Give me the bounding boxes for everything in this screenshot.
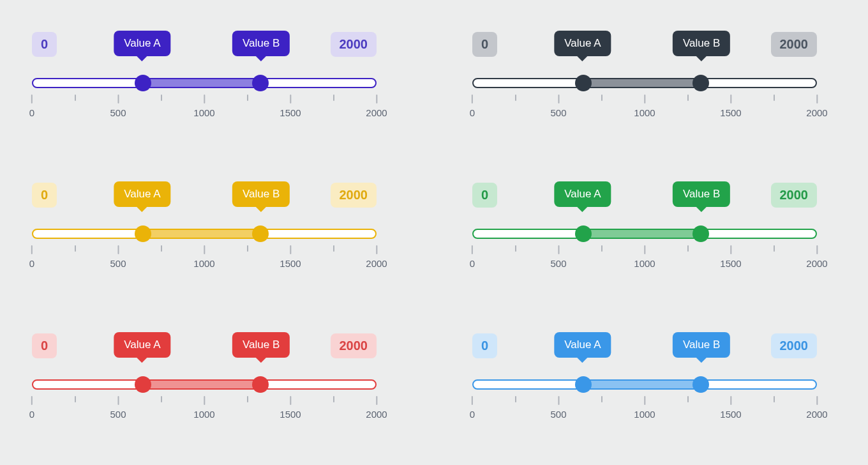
- tick-line: [204, 245, 205, 254]
- tick-line: [687, 396, 689, 402]
- slider-header: 02000: [472, 183, 817, 208]
- tooltip-a-label: Value A: [124, 339, 160, 351]
- slider-track[interactable]: [472, 379, 817, 390]
- slider-track[interactable]: [472, 229, 817, 239]
- slider-track[interactable]: [32, 78, 377, 88]
- slider-track[interactable]: [32, 229, 377, 239]
- tick: 1000: [634, 245, 655, 269]
- slider-handle-b[interactable]: [692, 75, 709, 91]
- slider-track[interactable]: [472, 78, 817, 88]
- tick-line: [816, 245, 818, 254]
- tick: 1500: [280, 245, 301, 269]
- slider-fill: [583, 79, 701, 87]
- slider-handle-b[interactable]: [252, 376, 269, 393]
- tick: 1500: [720, 245, 741, 269]
- tick-label: 0: [470, 107, 475, 118]
- tick-line: [204, 396, 205, 405]
- tick-line: [75, 396, 76, 402]
- tooltip-b: Value B: [673, 31, 730, 56]
- tick: 1500: [280, 95, 301, 118]
- slider-fill: [143, 381, 261, 388]
- tick-line: [31, 95, 33, 103]
- tick-label: 1500: [720, 409, 741, 420]
- max-badge: 2000: [331, 32, 377, 57]
- tick: [601, 396, 602, 402]
- tick: 1000: [193, 245, 214, 269]
- tooltip-a-label: Value A: [124, 37, 160, 49]
- slider-handle-a[interactable]: [575, 75, 592, 91]
- slider-handle-b[interactable]: [252, 75, 269, 91]
- slider-handle-a[interactable]: [575, 225, 592, 242]
- tick-line: [558, 95, 559, 103]
- tick-line: [472, 396, 473, 405]
- tick: 1500: [280, 396, 301, 420]
- tick-line: [601, 245, 602, 252]
- tick: 0: [29, 245, 34, 269]
- slider-header: 02000: [32, 32, 377, 57]
- tooltip-a: Value A: [554, 181, 611, 207]
- min-badge: 0: [32, 333, 57, 358]
- tick-label: 0: [29, 258, 34, 269]
- tick-line: [75, 95, 76, 101]
- tooltip-b: Value B: [673, 332, 730, 358]
- tooltip-a-label: Value A: [564, 37, 601, 49]
- tick-line: [117, 95, 119, 103]
- tick-line: [247, 396, 248, 402]
- tick-label: 2000: [806, 258, 827, 269]
- tick-label: 1000: [193, 107, 214, 118]
- tick-line: [117, 396, 119, 405]
- slider-header: 02000: [32, 333, 377, 358]
- tick: [247, 95, 248, 101]
- tick-label: 500: [550, 107, 566, 118]
- tick-line: [816, 95, 818, 103]
- tick-label: 500: [110, 409, 126, 420]
- tick-line: [515, 396, 516, 402]
- slider-handle-b[interactable]: [692, 225, 709, 242]
- max-badge: 2000: [771, 32, 818, 57]
- slider-fill: [143, 79, 261, 87]
- tick: 0: [470, 245, 475, 269]
- min-badge: 0: [472, 183, 497, 208]
- min-badge: 0: [32, 32, 57, 57]
- tick-line: [376, 396, 377, 405]
- tick-line: [333, 95, 334, 101]
- tick: 500: [550, 95, 566, 118]
- min-badge: 0: [472, 32, 497, 57]
- tick-line: [290, 95, 291, 103]
- slider-track[interactable]: [32, 379, 377, 390]
- tick-label: 1500: [280, 258, 301, 269]
- slider-handle-a[interactable]: [135, 225, 151, 242]
- range-slider-green: 02000Value AValue B0500100015002000: [472, 176, 817, 289]
- tick-label: 1500: [280, 409, 301, 420]
- slider-handle-a[interactable]: [135, 376, 151, 393]
- max-badge: 2000: [771, 333, 818, 358]
- tick: 2000: [366, 95, 387, 118]
- tick-line: [730, 396, 731, 405]
- tick-line: [774, 95, 775, 101]
- tick-line: [472, 95, 473, 103]
- tick-label: 500: [110, 258, 126, 269]
- slider-handle-a[interactable]: [135, 75, 151, 91]
- tick-line: [730, 95, 731, 103]
- tooltip-b: Value B: [232, 332, 290, 358]
- slider-header: 02000: [472, 333, 817, 358]
- slider-fill: [143, 230, 261, 238]
- slider-handle-a[interactable]: [575, 376, 592, 393]
- tick-label: 0: [29, 409, 34, 420]
- tick-line: [558, 396, 559, 405]
- tick-line: [31, 396, 33, 405]
- tooltip-a: Value A: [554, 332, 611, 358]
- tooltip-a: Value A: [114, 31, 170, 56]
- tooltip-b: Value B: [232, 181, 290, 207]
- tick-line: [774, 245, 775, 252]
- slider-handle-b[interactable]: [692, 376, 709, 393]
- tick-line: [601, 95, 602, 101]
- tick-label: 500: [110, 107, 126, 118]
- tick-line: [376, 95, 377, 103]
- slider-ticks: 0500100015002000: [32, 95, 377, 119]
- tick: 2000: [806, 95, 827, 118]
- slider-handle-b[interactable]: [252, 225, 269, 242]
- tick-label: 1000: [634, 409, 655, 420]
- tick: 500: [110, 245, 126, 269]
- max-badge: 2000: [331, 333, 377, 358]
